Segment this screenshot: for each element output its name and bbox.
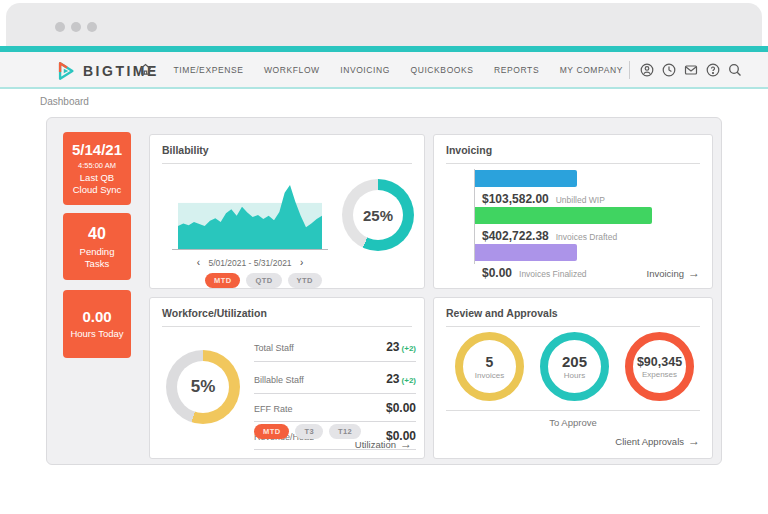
invoicing-link[interactable]: Invoicing→ (647, 266, 701, 280)
filter-t3[interactable]: T3 (295, 424, 323, 439)
workforce-percent: 5% (191, 377, 216, 397)
filter-mtd[interactable]: MTD (205, 273, 240, 288)
bar-value: $103,582.00 (482, 192, 549, 206)
kpi-label-line1: Hours Today (70, 328, 123, 339)
bar-value: $402,722.38 (482, 229, 549, 243)
kpi-last-qb-sync: 5/14/21 4:55:00 AM Last QBCloud Sync (63, 132, 131, 205)
next-arrow[interactable]: › (294, 257, 309, 268)
window-dot (87, 22, 97, 32)
filter-mtd[interactable]: MTD (254, 424, 289, 439)
hours-ring: 205 Hours (540, 332, 609, 401)
dashboard-container: 5/14/21 4:55:00 AM Last QBCloud Sync 40 … (46, 117, 722, 465)
ring-value: 5 (486, 354, 494, 370)
date-range-nav: ‹ 5/01/2021 - 5/31/2021 › (155, 257, 345, 268)
ring-label: Hours (564, 371, 585, 380)
utilization-link[interactable]: Utilization→ (355, 437, 412, 451)
row-label: Total Staff (254, 343, 294, 353)
window-dot (55, 22, 65, 32)
bar-label: Invoices Finalized (519, 269, 587, 279)
kpi-value: 40 (65, 224, 129, 244)
arrow-icon: → (688, 434, 700, 448)
ring-label: Invoices (475, 371, 504, 380)
client-approvals-link[interactable]: Client Approvals→ (615, 434, 700, 448)
panel-title: Workforce/Utilization (162, 307, 412, 327)
bar-invoices-drafted (475, 207, 652, 224)
arrow-icon: → (688, 266, 700, 280)
main-nav: TIME/EXPENSE WORKFLOW INVOICING QUICKBOO… (138, 52, 623, 87)
bar-value: $0.00 (482, 266, 512, 280)
row-value: $0.00 (386, 401, 416, 415)
to-approve-caption: To Approve (434, 417, 712, 428)
billability-panel: Billability ‹ 5/01/2021 - 5/31/2021 › MT… (149, 134, 425, 289)
header-icons (640, 52, 742, 87)
breadcrumb: Dashboard (40, 96, 89, 107)
kpi-label-line2: Cloud Sync (73, 184, 122, 195)
ring-value: $90,345 (637, 355, 682, 369)
kpi-hours-today: 0.00 Hours Today (63, 290, 131, 358)
billability-percent: 25% (363, 207, 393, 224)
row-delta: (+2) (402, 376, 416, 385)
header-divider (629, 61, 630, 79)
mail-icon[interactable] (684, 63, 698, 77)
filter-qtd[interactable]: QTD (246, 273, 281, 288)
clock-icon[interactable] (662, 63, 676, 77)
kpi-value: 0.00 (65, 308, 129, 327)
row-label: Billable Staff (254, 375, 304, 385)
nav-time-expense[interactable]: TIME/EXPENSE (173, 65, 243, 75)
bar-label: Invoices Drafted (556, 232, 617, 242)
window-dot (71, 22, 81, 32)
workforce-panel: Workforce/Utilization 5% Total Staff 23(… (149, 297, 425, 459)
bar-label: Unbilled WIP (556, 195, 605, 205)
review-approvals-panel: Review and Approvals 5 Invoices 205 Hour… (433, 297, 713, 459)
bigtime-dashboard: BIGTIME TIME/EXPENSE WORKFLOW INVOICING … (0, 0, 768, 514)
workforce-filters: MTD T3 T12 (254, 424, 361, 439)
billability-donut: 25% (342, 179, 414, 251)
chart-baseline (172, 249, 328, 250)
panel-title: Review and Approvals (446, 307, 700, 327)
divider (446, 410, 700, 411)
nav-my-company[interactable]: MY COMPANY (560, 65, 623, 75)
arrow-icon: → (400, 437, 412, 451)
kpi-label-line1: Pending (80, 246, 115, 257)
kpi-time: 4:55:00 AM (65, 161, 129, 170)
workforce-donut: 5% (166, 350, 240, 424)
browser-chrome (6, 3, 762, 46)
nav-invoicing[interactable]: INVOICING (340, 65, 390, 75)
table-row: Billable Staff 23(+2) (254, 362, 416, 394)
billability-filters: MTD QTD YTD (205, 273, 322, 288)
nav-reports[interactable]: REPORTS (494, 65, 539, 75)
prev-arrow[interactable]: ‹ (191, 257, 206, 268)
user-icon[interactable] (640, 63, 654, 77)
bar-unbilled-wip (475, 170, 577, 187)
row-value: 23 (386, 340, 399, 354)
home-icon[interactable] (138, 62, 153, 77)
filter-ytd[interactable]: YTD (288, 273, 322, 288)
date-range-label: 5/01/2021 - 5/31/2021 (208, 258, 291, 268)
bigtime-logo-icon (56, 60, 76, 82)
app-header: BIGTIME TIME/EXPENSE WORKFLOW INVOICING … (0, 52, 768, 89)
ring-value: 205 (562, 353, 587, 370)
panel-title: Billability (162, 144, 412, 164)
kpi-value: 5/14/21 (65, 141, 129, 160)
invoices-ring: 5 Invoices (455, 332, 524, 401)
row-delta: (+2) (402, 344, 416, 353)
row-value: 23 (386, 372, 399, 386)
nav-workflow[interactable]: WORKFLOW (264, 65, 320, 75)
billability-area-chart (178, 185, 322, 249)
kpi-label-line1: Last QB (80, 172, 114, 183)
bar-invoices-finalized (475, 244, 577, 261)
kpi-pending-tasks: 40 PendingTasks (63, 213, 131, 280)
kpi-label-line2: Tasks (85, 258, 109, 269)
nav-quickbooks[interactable]: QUICKBOOKS (410, 65, 473, 75)
help-icon[interactable] (706, 63, 720, 77)
table-row: EFF Rate $0.00 (254, 394, 416, 422)
invoicing-panel: Invoicing $103,582.00Unbilled WIP $402,7… (433, 134, 713, 289)
ring-label: Expenses (642, 370, 677, 379)
search-icon[interactable] (728, 63, 742, 77)
row-label: EFF Rate (254, 404, 293, 414)
table-row: Total Staff 23(+2) (254, 330, 416, 362)
expenses-ring: $90,345 Expenses (625, 332, 694, 401)
